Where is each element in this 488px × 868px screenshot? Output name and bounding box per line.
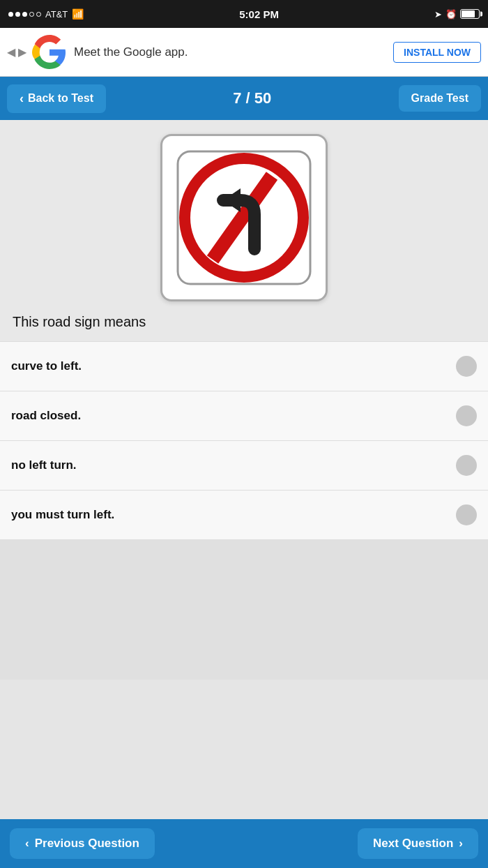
gray-fill-area bbox=[0, 540, 488, 680]
battery-indicator bbox=[460, 9, 480, 19]
question-text: This road sign means bbox=[13, 314, 146, 330]
location-icon: ➤ bbox=[434, 9, 442, 20]
dot-1 bbox=[8, 12, 13, 17]
previous-question-label: Previous Question bbox=[35, 837, 139, 851]
next-chevron-icon: › bbox=[459, 837, 463, 851]
question-area: This road sign means bbox=[0, 120, 488, 341]
install-button[interactable]: INSTALL NOW bbox=[393, 42, 481, 63]
status-time: 5:02 PM bbox=[239, 8, 279, 20]
bottom-nav: ‹ Previous Question Next Question › bbox=[0, 819, 488, 868]
option-label-4: you must turn left. bbox=[11, 508, 114, 522]
option-row-3[interactable]: no left turn. bbox=[0, 441, 488, 491]
next-question-button[interactable]: Next Question › bbox=[358, 828, 478, 859]
option-row-2[interactable]: road closed. bbox=[0, 391, 488, 441]
ad-controls[interactable]: ◀ ▶ bbox=[7, 45, 26, 59]
nav-bar: ‹ Back to Test 7 / 50 Grade Test bbox=[0, 77, 488, 120]
dot-2 bbox=[15, 12, 20, 17]
prev-chevron-icon: ‹ bbox=[25, 837, 29, 851]
chevron-left-icon: ‹ bbox=[20, 91, 24, 106]
status-right: ➤ ⏰ bbox=[434, 9, 480, 20]
ad-forward-icon[interactable]: ▶ bbox=[18, 45, 26, 59]
google-logo bbox=[32, 35, 67, 70]
no-left-turn-sign bbox=[174, 148, 314, 287]
wifi-icon: 📶 bbox=[72, 8, 84, 20]
options-area: curve to left. road closed. no left turn… bbox=[0, 341, 488, 540]
dot-5 bbox=[36, 12, 41, 17]
dot-3 bbox=[22, 12, 27, 17]
radio-circle-4[interactable] bbox=[456, 504, 477, 525]
option-row-1[interactable]: curve to left. bbox=[0, 341, 488, 391]
ad-back-icon[interactable]: ◀ bbox=[7, 45, 15, 59]
next-question-label: Next Question bbox=[373, 837, 453, 851]
question-counter: 7 / 50 bbox=[233, 89, 271, 107]
status-left: AT&T 📶 bbox=[8, 8, 84, 20]
dot-4 bbox=[29, 12, 34, 17]
option-row-4[interactable]: you must turn left. bbox=[0, 491, 488, 540]
option-label-3: no left turn. bbox=[11, 458, 76, 472]
grade-test-label: Grade Test bbox=[411, 92, 468, 105]
radio-circle-2[interactable] bbox=[456, 405, 477, 426]
back-to-test-label: Back to Test bbox=[28, 92, 93, 105]
signal-dots bbox=[8, 12, 41, 17]
grade-test-button[interactable]: Grade Test bbox=[399, 85, 481, 112]
alarm-icon: ⏰ bbox=[445, 9, 457, 20]
option-label-2: road closed. bbox=[11, 409, 81, 423]
ad-banner: ◀ ▶ Meet the Google app. INSTALL NOW bbox=[0, 28, 488, 77]
radio-circle-3[interactable] bbox=[456, 455, 477, 476]
battery-fill bbox=[462, 10, 475, 17]
road-sign-image bbox=[160, 134, 328, 301]
carrier-label: AT&T bbox=[45, 9, 68, 20]
ad-text: Meet the Google app. bbox=[74, 45, 393, 59]
radio-circle-1[interactable] bbox=[456, 356, 477, 377]
option-label-1: curve to left. bbox=[11, 359, 82, 373]
status-bar: AT&T 📶 5:02 PM ➤ ⏰ bbox=[0, 0, 488, 28]
back-to-test-button[interactable]: ‹ Back to Test bbox=[7, 84, 106, 113]
previous-question-button[interactable]: ‹ Previous Question bbox=[10, 828, 155, 859]
